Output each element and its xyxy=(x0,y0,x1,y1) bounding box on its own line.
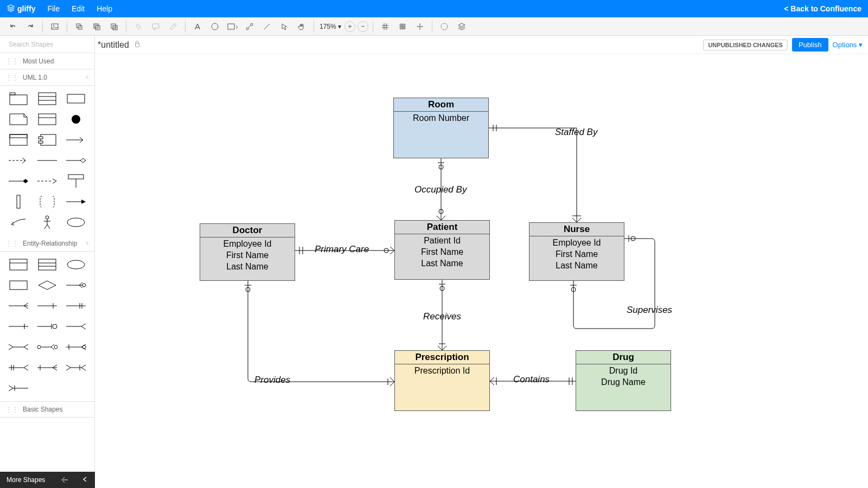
shape-return[interactable] xyxy=(7,215,31,230)
rect-tool[interactable] xyxy=(225,19,240,34)
svg-rect-20 xyxy=(10,134,27,145)
shape-filled-diamond[interactable] xyxy=(7,174,31,189)
svg-rect-32 xyxy=(10,281,27,290)
close-icon[interactable]: × xyxy=(85,74,89,81)
shape-er-01[interactable] xyxy=(35,319,60,334)
shape-er-1many4[interactable] xyxy=(35,360,60,375)
pointer-tool[interactable] xyxy=(277,19,292,34)
shape-er-oneonly[interactable] xyxy=(63,298,88,313)
shape-class3[interactable] xyxy=(35,91,60,106)
shape-dashed-arrow[interactable] xyxy=(7,153,31,168)
shape-er-manyc[interactable] xyxy=(7,381,31,396)
shape-er-ellipse[interactable] xyxy=(63,257,88,272)
entity-room[interactable]: Room Room Number xyxy=(393,98,489,158)
back-button[interactable] xyxy=(106,19,122,34)
zoom-level[interactable]: 175% ▾ xyxy=(320,23,341,30)
layers-button[interactable] xyxy=(454,19,469,34)
shape-component[interactable] xyxy=(35,132,60,147)
menu-help[interactable]: Help xyxy=(97,4,112,13)
svg-line-66 xyxy=(390,377,394,382)
shape-er-1b[interactable] xyxy=(7,319,31,334)
search-input[interactable] xyxy=(9,41,90,48)
image-button[interactable] xyxy=(47,19,62,34)
shape-object[interactable] xyxy=(7,132,31,147)
canvas[interactable]: Room Room Number Doctor Employee IdFirst… xyxy=(95,54,868,488)
shape-er-many[interactable] xyxy=(7,298,31,313)
svg-point-9 xyxy=(212,23,218,30)
shape-open-arrow[interactable] xyxy=(63,132,88,147)
shape-er-rect[interactable] xyxy=(7,278,31,293)
entity-doctor[interactable]: Doctor Employee IdFirst NameLast Name xyxy=(200,223,295,281)
shape-rect[interactable] xyxy=(63,91,88,106)
options-menu[interactable]: Options ▾ xyxy=(833,41,863,49)
shape-er-one[interactable] xyxy=(35,298,60,313)
entity-patient[interactable]: Patient Patient IdFirst NameLast Name xyxy=(394,220,490,280)
menu-edit[interactable]: Edit xyxy=(72,4,85,13)
svg-line-62 xyxy=(442,346,446,350)
more-shapes-bar[interactable]: More Shapes xyxy=(0,472,95,488)
shape-class2[interactable] xyxy=(35,112,60,127)
theme-button[interactable] xyxy=(437,19,452,34)
back-to-confluence[interactable]: < Back to Confluence xyxy=(784,4,861,13)
chevron-left-icon[interactable] xyxy=(82,476,88,484)
menu-file[interactable]: File xyxy=(47,4,60,13)
shape-dashed-box[interactable] xyxy=(35,194,60,209)
shape-er-diamond[interactable] xyxy=(35,278,60,293)
section-er[interactable]: ⋮⋮Entity-Relationship× xyxy=(0,235,94,252)
svg-rect-25 xyxy=(68,175,84,179)
shape-er-1many3[interactable] xyxy=(7,360,31,375)
connector-tool[interactable] xyxy=(242,19,257,34)
close-icon[interactable]: × xyxy=(85,240,89,247)
shape-er-table2[interactable] xyxy=(7,257,31,272)
svg-point-75 xyxy=(631,236,635,241)
svg-point-19 xyxy=(72,115,80,124)
entity-drug[interactable]: Drug Drug IdDrug Name xyxy=(576,350,671,411)
shape-er-0many[interactable] xyxy=(63,278,88,293)
section-basic[interactable]: ⋮⋮Basic Shapes xyxy=(0,401,94,418)
text-tool[interactable]: A xyxy=(190,19,205,34)
shape-diamond-arrow[interactable] xyxy=(63,153,88,168)
shape-activation[interactable] xyxy=(7,194,31,209)
publish-button[interactable]: Publish xyxy=(792,38,828,52)
shape-lifeline[interactable] xyxy=(63,174,88,189)
section-uml[interactable]: ⋮⋮UML 1.0× xyxy=(0,69,94,86)
shape-solid-arrow[interactable] xyxy=(63,194,88,209)
zoom-in[interactable]: + xyxy=(344,21,355,32)
shape-er-1many2[interactable] xyxy=(63,339,88,355)
shape-note[interactable] xyxy=(7,112,31,127)
svg-line-61 xyxy=(438,346,442,350)
svg-line-56 xyxy=(390,251,394,254)
undo-button[interactable] xyxy=(5,19,21,34)
shape-er-manymany[interactable] xyxy=(7,339,31,355)
shape-line[interactable] xyxy=(35,153,60,168)
hand-tool[interactable] xyxy=(294,19,309,34)
entity-nurse[interactable]: Nurse Employee IdFirst NameLast Name xyxy=(529,222,624,281)
svg-point-37 xyxy=(82,345,86,349)
svg-line-71 xyxy=(490,381,494,385)
shape-dashed-arrow2[interactable] xyxy=(35,174,60,189)
circle-tool[interactable] xyxy=(207,19,222,34)
shape-initial[interactable] xyxy=(63,112,88,127)
shape-usecase[interactable] xyxy=(63,215,88,230)
shape-package[interactable] xyxy=(7,91,31,106)
zoom-out[interactable]: − xyxy=(358,21,368,32)
search-shapes[interactable] xyxy=(0,36,94,53)
svg-point-31 xyxy=(67,260,85,269)
front-button[interactable] xyxy=(89,19,104,34)
svg-rect-16 xyxy=(39,93,56,105)
section-most-used[interactable]: ⋮⋮Most Used xyxy=(0,53,94,69)
shape-er-manyb[interactable] xyxy=(63,360,88,375)
shape-er-0many2[interactable] xyxy=(35,339,60,355)
grid2-button[interactable] xyxy=(395,19,410,34)
shape-actor[interactable] xyxy=(35,215,60,230)
svg-point-33 xyxy=(82,284,86,287)
snap-button[interactable] xyxy=(412,19,427,34)
svg-line-55 xyxy=(390,247,394,251)
redo-button[interactable] xyxy=(23,19,38,34)
shape-er-many2[interactable] xyxy=(63,319,88,334)
grid-button[interactable] xyxy=(378,19,393,34)
line-tool[interactable] xyxy=(259,19,275,34)
copy-button[interactable] xyxy=(72,19,87,34)
entity-prescription[interactable]: Prescription Prescription Id xyxy=(394,350,490,411)
shape-er-table3[interactable] xyxy=(35,257,60,272)
